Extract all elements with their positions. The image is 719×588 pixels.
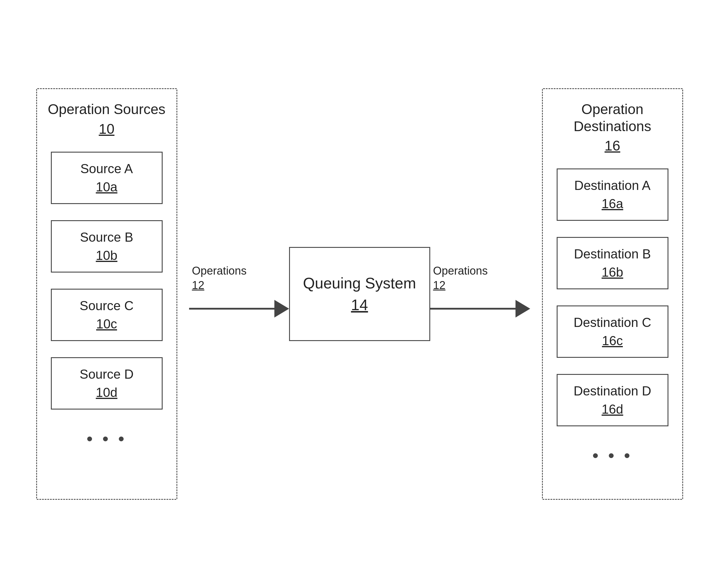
center-content: Operations 12 Queuing System 14 Operatio… bbox=[177, 247, 542, 341]
destination-b-label: Destination B bbox=[574, 247, 651, 261]
source-c-label: Source C bbox=[80, 298, 133, 313]
source-a-label: Source A bbox=[80, 162, 133, 176]
queuing-label: Queuing System bbox=[303, 274, 416, 292]
left-arrow-icon bbox=[189, 294, 289, 323]
destinations-group: Operation Destinations 16 Destination A … bbox=[542, 88, 683, 500]
destination-d-number: 16d bbox=[602, 402, 623, 417]
queuing-number: 14 bbox=[351, 296, 368, 314]
destination-c-number: 16c bbox=[602, 333, 623, 348]
sources-title: Operation Sources bbox=[48, 101, 165, 118]
source-d-number: 10d bbox=[96, 385, 117, 400]
destination-a-number: 16a bbox=[602, 196, 623, 211]
right-arrow-group: Operations 12 bbox=[430, 265, 530, 323]
source-b-box: Source B 10b bbox=[51, 220, 163, 273]
right-arrow-label: Operations bbox=[433, 265, 488, 277]
source-d-label: Source D bbox=[80, 367, 133, 382]
source-c-number: 10c bbox=[96, 317, 117, 331]
destination-c-label: Destination C bbox=[573, 315, 651, 330]
sources-number: 10 bbox=[99, 121, 115, 137]
destination-d-label: Destination D bbox=[573, 384, 651, 398]
destination-b-box: Destination B 16b bbox=[557, 237, 669, 289]
queuing-system-box: Queuing System 14 bbox=[289, 247, 430, 341]
sources-dots: • • • bbox=[86, 429, 126, 449]
svg-marker-3 bbox=[515, 300, 530, 317]
center-section: Operations 12 Queuing System 14 Operatio… bbox=[177, 44, 542, 544]
destination-a-box: Destination A 16a bbox=[557, 168, 669, 221]
source-b-number: 10b bbox=[96, 248, 117, 263]
source-a-box: Source A 10a bbox=[51, 152, 163, 204]
destination-b-number: 16b bbox=[602, 265, 623, 279]
left-arrow-group: Operations 12 bbox=[189, 265, 289, 323]
left-arrow-label: Operations bbox=[192, 265, 247, 277]
diagram-container: Operation Sources 10 Source A 10a Source… bbox=[36, 44, 683, 544]
right-arrow-number: 12 bbox=[433, 279, 446, 292]
left-arrow-number: 12 bbox=[192, 279, 204, 292]
destination-d-box: Destination D 16d bbox=[557, 374, 669, 426]
source-a-number: 10a bbox=[96, 180, 117, 194]
right-arrow-icon bbox=[430, 294, 530, 323]
destinations-number: 16 bbox=[604, 138, 620, 154]
destinations-dots: • • • bbox=[592, 445, 632, 466]
destinations-title: Operation Destinations bbox=[553, 101, 672, 135]
destination-c-box: Destination C 16c bbox=[557, 306, 669, 358]
sources-group: Operation Sources 10 Source A 10a Source… bbox=[36, 88, 177, 500]
destination-a-label: Destination A bbox=[574, 178, 651, 193]
source-b-label: Source B bbox=[80, 230, 133, 245]
svg-marker-1 bbox=[274, 300, 289, 317]
source-d-box: Source D 10d bbox=[51, 357, 163, 410]
source-c-box: Source C 10c bbox=[51, 289, 163, 341]
